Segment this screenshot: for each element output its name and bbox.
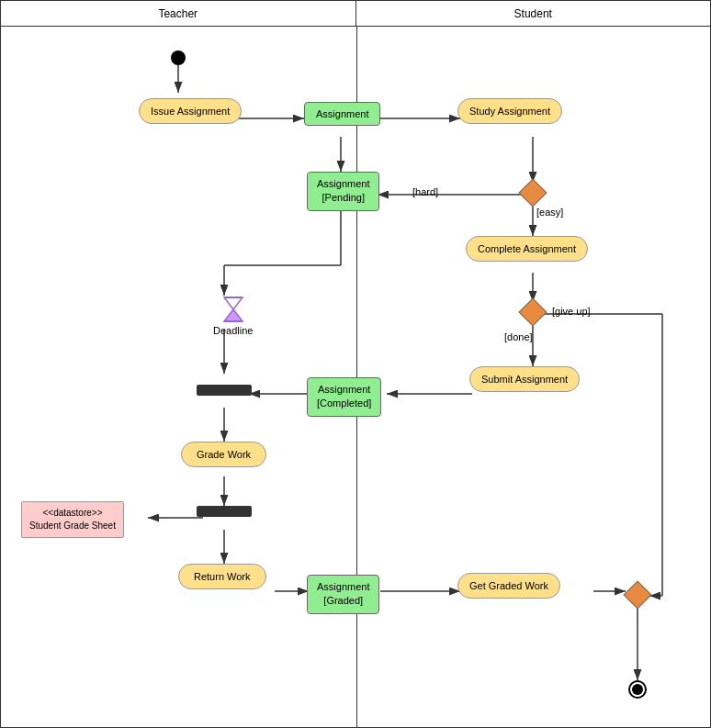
easy-label: [easy] [536, 207, 563, 218]
grade-work-node: Grade Work [181, 442, 266, 467]
give-up-label: [give up] [552, 306, 591, 317]
return-work-node: Return Work [178, 564, 266, 589]
assignment-pending-node: Assignment[Pending] [307, 172, 379, 211]
initial-node [171, 50, 186, 65]
diamond-end [623, 580, 651, 609]
hard-label: [hard] [412, 186, 438, 197]
student-grade-sheet-node: <<datastore>>Student Grade Sheet [21, 501, 124, 538]
get-graded-work-node: Get Graded Work [457, 573, 560, 599]
complete-assignment-node: Complete Assignment [466, 236, 588, 262]
done-label: [done] [504, 331, 533, 342]
final-node [628, 680, 647, 699]
issue-assignment-node: Issue Assignment [139, 98, 242, 124]
svg-marker-28 [224, 309, 243, 321]
deadline-label: Deadline [213, 325, 253, 336]
teacher-lane-label: Teacher [158, 7, 198, 20]
assignment-graded-node: Assignment[Graded] [307, 575, 379, 614]
fork-join-2 [197, 506, 252, 517]
fork-join-1 [197, 385, 252, 396]
deadline-hourglass: Deadline [213, 296, 253, 336]
svg-marker-27 [224, 297, 243, 309]
diamond-done-giveup [518, 297, 547, 326]
diamond-hard-easy [518, 178, 547, 207]
submit-assignment-node: Submit Assignment [469, 366, 580, 392]
assignment-completed-node: Assignment[Completed] [307, 377, 381, 417]
study-assignment-node: Study Assignment [457, 98, 562, 124]
student-lane-label: Student [514, 7, 552, 20]
assignment-node: Assignment [304, 102, 380, 126]
diagram-container: Teacher Student [0, 0, 711, 728]
